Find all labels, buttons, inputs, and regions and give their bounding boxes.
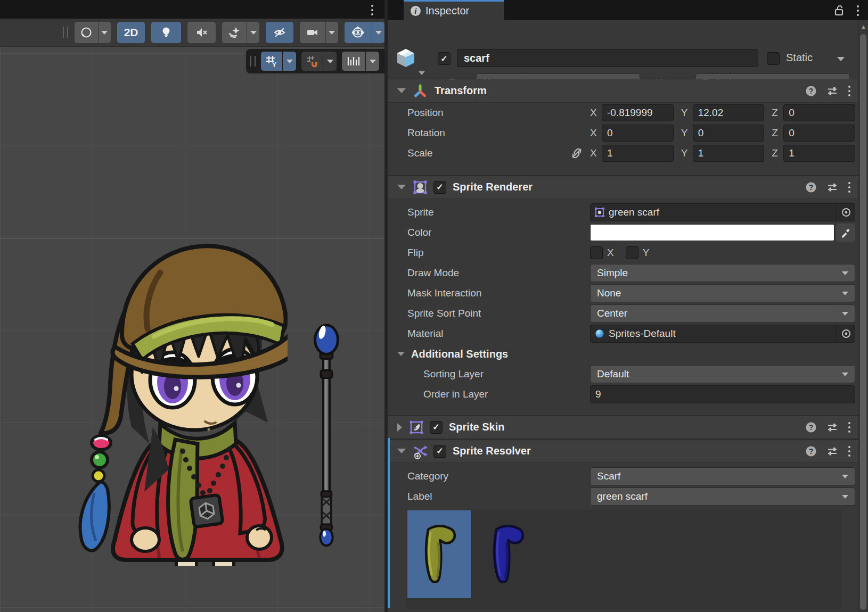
snap-increment-dropdown[interactable] xyxy=(366,52,379,71)
gameobject-icon-dropdown[interactable] xyxy=(419,71,425,75)
grid-visibility-dropdown[interactable] xyxy=(283,52,296,71)
sprite-renderer-foldout[interactable] xyxy=(397,185,406,189)
scene-camera-dropdown[interactable] xyxy=(326,22,338,43)
position-x-field[interactable]: -0.819999 xyxy=(602,104,674,121)
additional-settings-foldout[interactable] xyxy=(397,352,405,356)
transform-header[interactable]: Transform ? xyxy=(388,79,858,103)
snap-increment-button[interactable] xyxy=(342,52,365,71)
link-broken-icon[interactable] xyxy=(570,147,583,159)
prefab-override-indicator xyxy=(388,438,390,608)
sprite-renderer-kebab-icon[interactable] xyxy=(848,182,851,193)
additional-settings-row[interactable]: Additional Settings xyxy=(388,344,858,364)
rotation-z-field[interactable]: 0 xyxy=(783,125,855,142)
help-icon[interactable]: ? xyxy=(805,85,817,97)
sprite-variant-blue-scarf[interactable] xyxy=(476,510,539,598)
transform-foldout[interactable] xyxy=(397,88,406,93)
gameobject-name-field[interactable]: scarf xyxy=(457,49,758,67)
sprite-resolver-title: Sprite Resolver xyxy=(453,445,531,457)
material-row: Material Sprites-Default xyxy=(388,324,858,344)
position-z-field[interactable]: 0 xyxy=(783,104,855,121)
scale-z-field[interactable]: 1 xyxy=(783,145,855,162)
order-in-layer-field[interactable]: 9 xyxy=(590,385,855,403)
sprite-variant-green-scarf[interactable] xyxy=(407,510,471,598)
light-bulb-icon xyxy=(160,26,172,39)
sorting-layer-dropdown[interactable]: Default xyxy=(590,365,855,383)
character-sprite[interactable] xyxy=(47,194,288,566)
effects-button[interactable] xyxy=(222,22,247,43)
sprite-resolver-enabled-checkbox[interactable]: ✓ xyxy=(433,445,446,458)
blue-scarf-thumbnail xyxy=(489,523,526,586)
overlay-drag-handle[interactable] xyxy=(250,56,256,67)
presets-icon[interactable] xyxy=(826,85,838,97)
tab-inspector[interactable]: i Inspector xyxy=(404,0,504,20)
sprite-resolver-foldout[interactable] xyxy=(397,449,406,453)
static-dropdown[interactable] xyxy=(837,57,845,61)
scene-menu-kebab-icon[interactable] xyxy=(371,5,374,15)
draw-mode-dropdown[interactable]: Simple xyxy=(590,264,855,282)
gizmos-button[interactable] xyxy=(345,22,372,43)
audio-mute-button[interactable] xyxy=(187,22,216,43)
help-icon[interactable]: ? xyxy=(805,421,817,433)
scene-viewport[interactable]: Y xyxy=(0,47,384,612)
speaker-muted-icon xyxy=(195,27,208,38)
sprite-renderer-enabled-checkbox[interactable]: ✓ xyxy=(433,181,446,194)
shading-mode-dropdown[interactable] xyxy=(99,22,111,43)
transform-kebab-icon[interactable] xyxy=(848,86,851,96)
sprite-skin-foldout[interactable] xyxy=(397,423,402,432)
rotation-y-field[interactable]: 0 xyxy=(693,125,765,142)
sprite-sort-point-dropdown[interactable]: Center xyxy=(590,304,855,322)
effects-dropdown[interactable] xyxy=(247,22,259,43)
presets-icon[interactable] xyxy=(826,421,838,433)
help-icon[interactable]: ? xyxy=(805,181,817,193)
gameobject-active-checkbox[interactable]: ✓ xyxy=(438,52,451,65)
object-picker-icon[interactable] xyxy=(837,325,855,342)
grid-snapping-dropdown[interactable] xyxy=(323,52,337,71)
hidden-objects-button[interactable] xyxy=(266,22,293,43)
shading-mode-button[interactable] xyxy=(75,22,98,43)
eyedropper-icon[interactable] xyxy=(836,224,855,242)
position-y-field[interactable]: 12.02 xyxy=(693,104,765,121)
material-object-field[interactable]: Sprites-Default xyxy=(590,325,855,343)
mask-interaction-dropdown[interactable]: None xyxy=(590,284,855,302)
gameobject-cube-icon[interactable] xyxy=(394,47,417,70)
sprite-object-field[interactable]: green scarf xyxy=(590,203,855,221)
rotation-x-field[interactable]: 0 xyxy=(602,125,674,142)
sprite-resolver-header[interactable]: ✓ Sprite Resolver ? xyxy=(388,440,858,463)
scale-x-field[interactable]: 1 xyxy=(602,145,674,162)
help-icon[interactable]: ? xyxy=(805,445,817,457)
order-in-layer-label: Order in Layer xyxy=(407,388,590,400)
scrollbar-thumb[interactable] xyxy=(860,34,866,610)
inspector-lock-icon[interactable] xyxy=(834,4,845,16)
2d-toggle-button[interactable]: 2D xyxy=(117,22,145,43)
staff-sprite[interactable] xyxy=(305,319,347,556)
scroll-up-arrow-icon[interactable]: ▲ xyxy=(859,20,868,33)
category-dropdown[interactable]: Scarf xyxy=(590,467,855,485)
toolbar-drag-handle[interactable] xyxy=(63,27,68,38)
axis-z-label: Z xyxy=(772,127,783,139)
sprite-skin-enabled-checkbox[interactable]: ✓ xyxy=(430,421,443,434)
flip-x-checkbox[interactable] xyxy=(590,246,603,259)
sprite-mini-icon xyxy=(594,206,605,218)
scale-y-field[interactable]: 1 xyxy=(693,145,765,162)
grid-snapping-button[interactable] xyxy=(301,52,323,71)
inspector-menu-kebab-icon[interactable] xyxy=(856,5,859,16)
object-picker-icon[interactable] xyxy=(837,204,855,221)
color-label: Color xyxy=(407,227,590,238)
presets-icon[interactable] xyxy=(826,181,838,193)
static-checkbox[interactable] xyxy=(767,52,780,65)
label-row: Label green scarf xyxy=(388,486,858,507)
sprite-renderer-header[interactable]: ✓ Sprite Renderer ? xyxy=(388,176,858,199)
color-swatch[interactable] xyxy=(590,224,834,241)
inspector-scrollbar[interactable]: ▲ xyxy=(858,20,868,612)
label-dropdown[interactable]: green scarf xyxy=(590,487,855,506)
sprite-resolver-kebab-icon[interactable] xyxy=(848,446,851,457)
scene-camera-button[interactable] xyxy=(300,22,325,43)
sprite-skin-header[interactable]: ✓ Sprite Skin ? xyxy=(388,416,858,439)
presets-icon[interactable] xyxy=(826,445,838,457)
sprite-row: Sprite green scarf xyxy=(388,202,858,222)
grid-visibility-button[interactable]: Y xyxy=(261,52,282,71)
flip-y-checkbox[interactable] xyxy=(626,246,638,259)
gizmos-dropdown[interactable] xyxy=(372,22,384,43)
scene-lighting-button[interactable] xyxy=(151,22,181,43)
sprite-skin-kebab-icon[interactable] xyxy=(848,422,851,433)
